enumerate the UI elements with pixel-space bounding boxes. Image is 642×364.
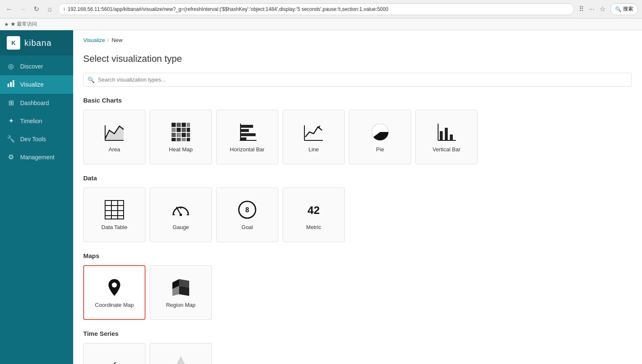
line-label: Line: [309, 146, 319, 153]
sidebar-item-management[interactable]: ⚙ Management: [0, 148, 73, 166]
reload-button[interactable]: ↻: [31, 4, 41, 14]
horizontal-bar-icon: [237, 122, 257, 142]
star-icon: ★: [4, 21, 9, 27]
svg-rect-1: [10, 82, 12, 87]
discover-icon: ◎: [7, 62, 15, 70]
sidebar-item-dev-tools[interactable]: 🔧 Dev Tools: [0, 130, 73, 148]
svg-marker-52: [172, 357, 189, 364]
metric-icon: 42: [304, 200, 324, 220]
viz-card-data-table[interactable]: Data Table: [83, 187, 145, 242]
svg-rect-7: [177, 123, 181, 127]
url-text: 192.168.56.11:5601/app/kibana#/visualize…: [68, 6, 568, 12]
sidebar-item-dashboard[interactable]: ⊞ Dashboard: [0, 94, 73, 112]
timelion-chart-icon: ƒ: [104, 355, 124, 364]
sidebar-item-discover[interactable]: ◎ Discover: [0, 57, 73, 75]
bookmarks-label: ★ 最常访问: [11, 21, 37, 28]
breadcrumb-current: New: [111, 37, 122, 43]
line-icon: [304, 122, 324, 142]
svg-rect-0: [8, 84, 9, 87]
viz-card-timelion[interactable]: ƒ Timelion: [83, 343, 145, 364]
svg-rect-12: [182, 128, 186, 132]
browser-chrome: ← → ↻ ⌂ ℹ 192.168.56.11:5601/app/kibana#…: [0, 0, 642, 18]
viz-card-vertical-bar[interactable]: Vertical Bar: [415, 110, 478, 164]
basic-charts-title: Basic Charts: [83, 97, 632, 104]
dev-tools-icon: 🔧: [7, 135, 15, 143]
svg-rect-19: [177, 138, 181, 141]
grid-icon[interactable]: ⠿: [577, 3, 586, 15]
svg-rect-36: [105, 200, 124, 219]
svg-text:8: 8: [246, 206, 249, 214]
address-bar[interactable]: ℹ 192.168.56.11:5601/app/kibana#/visuali…: [58, 3, 574, 15]
gauge-label: Gauge: [172, 224, 189, 230]
time-series-title: Time Series: [83, 330, 632, 337]
sidebar-item-label: Dashboard: [20, 100, 49, 106]
visual-builder-icon: [171, 355, 191, 364]
search-input[interactable]: [83, 73, 632, 87]
kibana-logo-text: kibana: [24, 38, 52, 48]
svg-rect-16: [182, 133, 186, 137]
area-icon: [104, 122, 124, 142]
svg-rect-10: [172, 128, 176, 132]
svg-rect-23: [240, 125, 253, 128]
svg-point-50: [112, 282, 117, 288]
svg-rect-25: [240, 133, 256, 136]
svg-text:ƒ: ƒ: [112, 360, 117, 364]
visualize-icon: [7, 80, 15, 89]
svg-rect-24: [240, 129, 249, 132]
browser-search[interactable]: 🔍 搜索: [610, 3, 638, 15]
horizontal-bar-label: Horizontal Bar: [230, 146, 264, 153]
svg-point-43: [180, 214, 182, 216]
svg-rect-33: [440, 131, 443, 140]
viz-card-goal[interactable]: 8 Goal: [216, 187, 278, 242]
pie-icon: [370, 122, 390, 142]
viz-card-coordinate-map[interactable]: Coordinate Map: [83, 265, 145, 320]
sidebar-item-visualize[interactable]: Visualize: [0, 75, 73, 94]
viz-card-heat-map[interactable]: Heat Map: [150, 110, 212, 164]
home-button[interactable]: ⌂: [45, 4, 55, 14]
svg-rect-8: [182, 123, 186, 127]
sidebar-item-label: Dev Tools: [20, 136, 46, 142]
svg-text:42: 42: [308, 204, 320, 216]
region-map-icon: [171, 277, 191, 298]
coordinate-map-icon: [104, 277, 124, 298]
sidebar-item-timelion[interactable]: ✦ Timelion: [0, 112, 73, 130]
breadcrumb-separator: /: [108, 37, 109, 43]
search-container: 🔍: [83, 73, 632, 87]
bookmark-icon[interactable]: ☆: [598, 3, 607, 15]
forward-button[interactable]: →: [18, 4, 28, 14]
app-layout: K kibana ◎ Discover Visualize ⊞: [0, 30, 642, 364]
viz-card-visual-builder[interactable]: Visual Builder: [150, 343, 212, 364]
viz-card-pie[interactable]: Pie: [349, 110, 411, 164]
browser-actions: ⠿ ··· ☆: [577, 3, 607, 15]
svg-rect-13: [187, 128, 190, 132]
timelion-icon: ✦: [7, 117, 15, 125]
svg-rect-11: [177, 128, 181, 132]
svg-line-42: [177, 207, 181, 215]
maps-grid: Coordinate Map Region Map: [83, 265, 632, 320]
more-icon[interactable]: ···: [587, 4, 596, 15]
goal-icon: 8: [237, 200, 257, 220]
breadcrumb-parent[interactable]: Visualize: [83, 37, 105, 43]
back-button[interactable]: ←: [4, 4, 14, 14]
sidebar-item-label: Timelion: [20, 118, 42, 124]
vertical-bar-icon: [436, 122, 457, 142]
viz-card-line[interactable]: Line: [283, 110, 345, 164]
security-icon: ℹ: [63, 7, 65, 11]
svg-rect-34: [445, 128, 448, 140]
svg-rect-9: [187, 123, 190, 127]
management-icon: ⚙: [7, 153, 15, 161]
data-grid: Data Table Gauge: [83, 187, 632, 242]
viz-card-horizontal-bar[interactable]: Horizontal Bar: [216, 110, 278, 164]
viz-card-metric[interactable]: 42 Metric: [283, 187, 345, 242]
viz-card-area[interactable]: Area: [83, 110, 145, 164]
svg-rect-14: [172, 133, 176, 137]
svg-rect-20: [182, 138, 186, 141]
sidebar-item-label: Visualize: [20, 81, 44, 88]
vertical-bar-label: Vertical Bar: [433, 146, 460, 153]
coordinate-map-label: Coordinate Map: [95, 302, 134, 308]
viz-card-gauge[interactable]: Gauge: [150, 187, 212, 242]
viz-card-region-map[interactable]: Region Map: [150, 265, 212, 320]
basic-charts-grid: Area: [83, 110, 632, 164]
data-table-icon: [104, 200, 124, 220]
time-series-grid: ƒ Timelion Visual Builder: [83, 343, 632, 364]
